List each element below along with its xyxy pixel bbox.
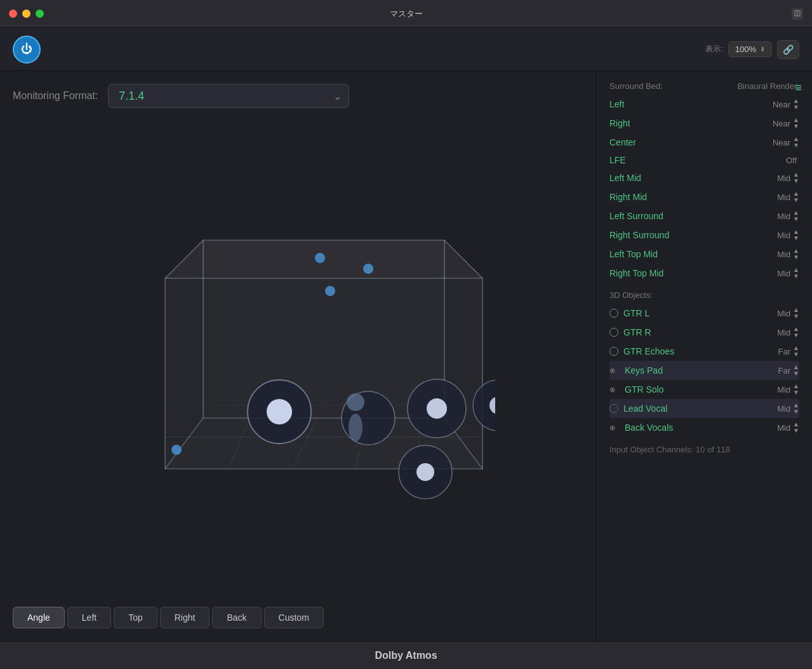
object-stepper-gtr-echoes[interactable]: ▲▼ <box>793 345 799 358</box>
zoom-control[interactable]: 100% ⬍ <box>728 41 772 57</box>
object-render-gtr-r: Mid <box>777 328 790 337</box>
object-icon-gtr-l <box>609 309 618 318</box>
object-render-gtr-echoes: Far <box>778 347 791 356</box>
channel-stepper-left[interactable]: ▲▼ <box>793 98 799 111</box>
channel-render-right-top-mid: Mid <box>777 269 790 278</box>
window-title: マスター <box>390 8 423 20</box>
channel-name-left-top-mid: Left Top Mid <box>609 249 777 259</box>
object-back-vocals[interactable]: ⊕ Back Vocals Mid ▲▼ <box>609 418 799 437</box>
view-tabs: Angle Left Top Right Back Custom <box>13 607 583 628</box>
object-icon-lead-vocal <box>609 404 618 413</box>
minimize-button[interactable] <box>22 10 30 18</box>
object-gtr-r[interactable]: GTR R Mid ▲▼ <box>609 323 799 342</box>
channel-render-right-mid: Mid <box>777 193 790 202</box>
tab-top[interactable]: Top <box>114 607 157 628</box>
object-gtr-echoes[interactable]: GTR Echoes Far ▲▼ <box>609 342 799 361</box>
channel-name-right-top-mid: Right Top Mid <box>609 268 777 278</box>
channel-name-right-surround: Right Surround <box>609 230 777 240</box>
power-icon: ⏻ <box>21 43 32 56</box>
channel-render-lfe: Off <box>786 156 797 165</box>
3d-visualization <box>13 121 583 600</box>
close-button[interactable] <box>9 10 17 18</box>
window-controls[interactable] <box>9 10 44 18</box>
channel-stepper-left-top-mid[interactable]: ▲▼ <box>793 248 799 260</box>
input-channels-info: Input Object Channels: 10 of 118 <box>609 445 799 454</box>
channel-lfe: LFE Off <box>609 152 799 168</box>
object-render-gtr-l: Mid <box>777 309 790 318</box>
monitoring-format-label: Monitoring Format: <box>13 90 98 102</box>
tab-custom[interactable]: Custom <box>264 607 324 628</box>
object-icon-gtr-solo: ⊕ <box>609 386 620 393</box>
channel-render-left-mid: Mid <box>777 173 790 183</box>
channel-render-right-surround: Mid <box>777 231 790 240</box>
channel-render-left-surround: Mid <box>777 212 790 221</box>
object-stepper-gtr-r[interactable]: ▲▼ <box>793 326 799 339</box>
zoom-value: 100% <box>735 44 756 54</box>
object-name-gtr-echoes: GTR Echoes <box>623 346 778 356</box>
menu-icon[interactable]: ≡ <box>795 81 802 95</box>
channel-name-left-mid: Left Mid <box>609 173 777 183</box>
tab-right[interactable]: Right <box>160 607 210 628</box>
object-stepper-lead-vocal[interactable]: ▲▼ <box>793 402 799 415</box>
cube-wrapper <box>102 202 495 520</box>
channel-right-mid: Right Mid Mid ▲▼ <box>609 187 799 206</box>
channel-stepper-left-mid[interactable]: ▲▼ <box>793 172 799 184</box>
object-stepper-back-vocals[interactable]: ▲▼ <box>793 421 799 434</box>
monitoring-format-select[interactable]: 7.1.4 <box>108 84 349 108</box>
channel-render-center: Near <box>773 138 790 147</box>
app-title: Dolby Atmos <box>375 650 437 661</box>
svg-point-15 <box>363 264 373 274</box>
channel-left-mid: Left Mid Mid ▲▼ <box>609 168 799 187</box>
tab-left[interactable]: Left <box>67 607 111 628</box>
svg-point-16 <box>325 286 335 296</box>
channel-render-left: Near <box>773 100 790 109</box>
object-name-gtr-l: GTR L <box>623 308 777 318</box>
tab-back[interactable]: Back <box>212 607 261 628</box>
object-render-lead-vocal: Mid <box>777 404 790 414</box>
object-gtr-l[interactable]: GTR L Mid ▲▼ <box>609 304 799 323</box>
titlebar-right-controls <box>792 8 803 20</box>
surround-bed-header: Surround Bed: Binaural Render: <box>609 81 799 91</box>
right-panel: ≡ Surround Bed: Binaural Render: Left Ne… <box>596 71 812 641</box>
object-icon-gtr-echoes <box>609 347 618 356</box>
channel-stepper-right-top-mid[interactable]: ▲▼ <box>793 267 799 280</box>
object-keys-pad[interactable]: ⊕ Keys Pad Far ▲▼ <box>609 361 799 380</box>
svg-point-17 <box>171 445 182 455</box>
channel-name-lfe: LFE <box>609 155 786 165</box>
link-button[interactable]: 🔗 <box>777 40 799 59</box>
channel-name-right-mid: Right Mid <box>609 192 777 202</box>
power-button[interactable]: ⏻ <box>13 36 41 64</box>
channel-left-top-mid: Left Top Mid Mid ▲▼ <box>609 245 799 264</box>
titlebar: マスター <box>0 0 812 28</box>
channel-stepper-left-surround[interactable]: ▲▼ <box>793 210 799 222</box>
object-icon-gtr-r <box>609 328 618 337</box>
object-lead-vocal[interactable]: Lead Vocal Mid ▲▼ <box>609 399 799 418</box>
object-name-gtr-solo: GTR Solo <box>625 384 777 395</box>
channel-render-left-top-mid: Mid <box>777 250 790 259</box>
channel-right: Right Near ▲▼ <box>609 114 799 133</box>
svg-point-22 <box>349 414 363 442</box>
object-stepper-keys-pad[interactable]: ▲▼ <box>793 364 799 377</box>
link-icon: 🔗 <box>783 44 794 55</box>
maximize-button[interactable] <box>36 10 44 18</box>
channel-right-top-mid: Right Top Mid Mid ▲▼ <box>609 264 799 283</box>
channel-stepper-right[interactable]: ▲▼ <box>793 117 799 130</box>
object-name-keys-pad: Keys Pad <box>625 365 778 375</box>
cube-svg <box>102 202 495 520</box>
tab-angle[interactable]: Angle <box>13 607 65 628</box>
svg-point-28 <box>416 463 434 481</box>
channel-stepper-right-mid[interactable]: ▲▼ <box>793 191 799 203</box>
object-gtr-solo[interactable]: ⊕ GTR Solo Mid ▲▼ <box>609 380 799 399</box>
window-resize-button[interactable] <box>792 8 803 20</box>
object-icon-keys-pad: ⊕ <box>609 367 620 374</box>
channel-stepper-center[interactable]: ▲▼ <box>793 136 799 149</box>
channel-stepper-right-surround[interactable]: ▲▼ <box>793 229 799 241</box>
object-icon-back-vocals: ⊕ <box>609 424 620 431</box>
object-stepper-gtr-solo[interactable]: ▲▼ <box>793 383 799 396</box>
object-stepper-gtr-l[interactable]: ▲▼ <box>793 307 799 320</box>
channel-name-center: Center <box>609 137 773 147</box>
object-name-back-vocals: Back Vocals <box>625 422 777 433</box>
channel-name-left: Left <box>609 99 773 109</box>
main-toolbar: ⏻ 表示: 100% ⬍ 🔗 <box>0 28 812 71</box>
svg-point-21 <box>347 393 364 411</box>
